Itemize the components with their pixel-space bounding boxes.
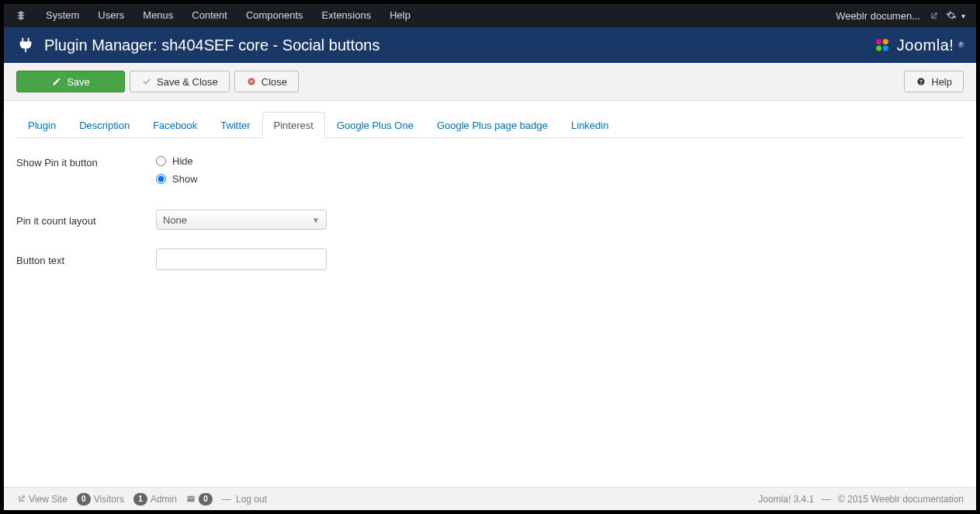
view-site-link[interactable]: View Site: [16, 494, 68, 505]
page-header: Plugin Manager: sh404SEF core - Social b…: [4, 27, 976, 63]
external-link-icon: [930, 12, 938, 20]
help-button[interactable]: ? Help: [904, 71, 964, 92]
tab-twitter[interactable]: Twitter: [209, 112, 261, 138]
radio-show-input[interactable]: [156, 174, 166, 184]
external-link-icon: [16, 495, 26, 504]
svg-point-2: [876, 46, 881, 51]
button-text-label: Button text: [16, 253, 156, 266]
brand-text: Joomla!: [897, 36, 954, 54]
content-area: Plugin Description Facebook Twitter Pint…: [4, 101, 976, 510]
radio-show[interactable]: Show: [156, 173, 198, 185]
radio-show-label: Show: [172, 173, 198, 185]
tab-plugin[interactable]: Plugin: [16, 112, 68, 138]
config-tabs: Plugin Description Facebook Twitter Pint…: [16, 112, 964, 138]
menu-help[interactable]: Help: [380, 4, 420, 27]
svg-point-0: [876, 39, 881, 44]
menu-components[interactable]: Components: [237, 4, 313, 27]
logout-label: Log out: [236, 494, 267, 505]
svg-point-3: [883, 46, 888, 51]
mail-count[interactable]: 0: [186, 493, 213, 505]
admin-top-menu: System Users Menus Content Components Ex…: [4, 4, 976, 27]
view-site-label: View Site: [29, 494, 68, 505]
save-button-label: Save: [67, 76, 90, 88]
visitors-label: Visitors: [94, 494, 124, 505]
menu-content[interactable]: Content: [182, 4, 237, 27]
svg-point-1: [883, 39, 888, 44]
radio-hide-input[interactable]: [156, 156, 166, 166]
radio-hide[interactable]: Hide: [156, 155, 198, 167]
menu-menus[interactable]: Menus: [133, 4, 182, 27]
check-icon: [141, 76, 152, 87]
save-close-label: Save & Close: [157, 76, 218, 88]
site-name-link[interactable]: Weeblr documen...: [836, 10, 938, 22]
menu-users[interactable]: Users: [88, 4, 133, 27]
admin-badge: 1: [133, 493, 147, 505]
tab-facebook[interactable]: Facebook: [141, 112, 209, 138]
menu-extensions[interactable]: Extensions: [313, 4, 381, 27]
count-layout-label: Pin it count layout: [16, 214, 156, 227]
admin-label: Admin: [151, 494, 177, 505]
menu-system[interactable]: System: [36, 4, 88, 27]
help-icon: ?: [916, 76, 926, 87]
close-label: Close: [261, 76, 287, 88]
visitors-count[interactable]: 0 Visitors: [77, 493, 124, 505]
admin-statusbar: View Site 0 Visitors 1 Admin 0 — Log out…: [4, 487, 976, 510]
tab-description[interactable]: Description: [68, 112, 141, 138]
page-title: Plugin Manager: sh404SEF core - Social b…: [44, 36, 872, 54]
save-button[interactable]: Save: [16, 71, 125, 92]
pinterest-panel: Show Pin it button Hide Show Pin it coun…: [16, 138, 964, 270]
tab-google-plus-badge[interactable]: Google Plus page badge: [425, 112, 559, 138]
action-toolbar: Save Save & Close Close ? Help: [4, 63, 976, 101]
cancel-icon: [246, 76, 257, 87]
joomla-version: Joomla! 3.4.1: [758, 494, 814, 505]
settings-dropdown[interactable]: ▾: [946, 10, 965, 21]
help-label: Help: [931, 76, 952, 88]
tab-google-plus-one[interactable]: Google Plus One: [325, 112, 425, 138]
plugin-icon: [16, 36, 35, 54]
joomla-home-icon[interactable]: [15, 9, 27, 22]
tab-linkedin[interactable]: Linkedin: [559, 112, 620, 138]
admin-count[interactable]: 1 Admin: [133, 493, 177, 505]
site-name-label: Weeblr documen...: [836, 10, 920, 22]
save-close-button[interactable]: Save & Close: [130, 71, 230, 92]
mail-icon: [186, 495, 196, 504]
svg-text:?: ?: [919, 79, 923, 85]
copyright-text: © 2015 Weeblr documentation: [838, 494, 964, 505]
logout-link[interactable]: Log out: [236, 494, 267, 505]
close-button[interactable]: Close: [234, 71, 299, 92]
count-layout-select[interactable]: None ▼: [156, 210, 327, 230]
radio-hide-label: Hide: [172, 155, 193, 167]
mail-badge: 0: [199, 493, 213, 505]
button-text-input[interactable]: [156, 248, 327, 270]
top-menu-items: System Users Menus Content Components Ex…: [36, 4, 420, 27]
chevron-down-icon: ▼: [312, 216, 320, 224]
apply-icon: [51, 76, 62, 87]
joomla-logo: Joomla!®: [872, 35, 964, 55]
tab-pinterest[interactable]: Pinterest: [262, 112, 325, 138]
count-layout-value: None: [163, 214, 187, 226]
show-pin-label: Show Pin it button: [16, 155, 156, 168]
caret-down-icon: ▾: [961, 12, 965, 20]
visitors-badge: 0: [77, 493, 91, 505]
